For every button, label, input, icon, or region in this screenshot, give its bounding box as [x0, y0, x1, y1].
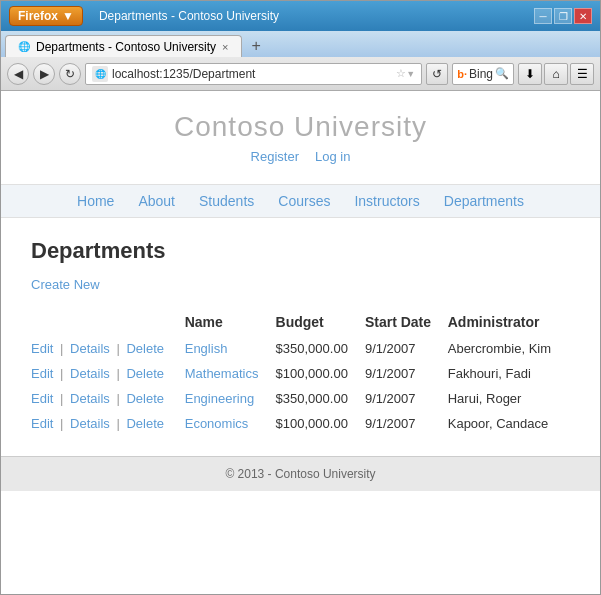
tab-close-icon[interactable]: × — [222, 41, 228, 53]
col-start-date: Start Date — [365, 308, 448, 336]
table-row: Edit | Details | Delete Engineering $350… — [31, 386, 570, 411]
dept-name: Mathematics — [185, 361, 276, 386]
sep2: | — [116, 366, 119, 381]
tab-favicon: 🌐 — [18, 41, 30, 52]
dept-start-date: 9/1/2007 — [365, 386, 448, 411]
row-actions: Edit | Details | Delete — [31, 411, 185, 436]
window-title: Departments - Contoso University — [99, 9, 528, 23]
delete-link[interactable]: Delete — [126, 391, 164, 406]
sep1: | — [60, 416, 63, 431]
dept-budget: $100,000.00 — [276, 411, 365, 436]
auth-links: Register Log in — [1, 149, 600, 164]
site-header: Contoso University Register Log in — [1, 91, 600, 180]
firefox-button[interactable]: Firefox ▼ — [9, 6, 83, 26]
address-icon: 🌐 — [92, 66, 108, 82]
login-link[interactable]: Log in — [315, 149, 350, 164]
search-bar[interactable]: b· Bing 🔍 — [452, 63, 514, 85]
dropdown-arrow: ▼ — [62, 9, 74, 23]
edit-link[interactable]: Edit — [31, 391, 53, 406]
bookmark-down-icon[interactable]: ▼ — [406, 69, 415, 79]
col-name: Name — [185, 308, 276, 336]
close-button[interactable]: ✕ — [574, 8, 592, 24]
page-footer: © 2013 - Contoso University — [1, 456, 600, 491]
window-controls: ─ ❐ ✕ — [534, 8, 592, 24]
search-text: Bing — [469, 67, 493, 81]
new-tab-button[interactable]: + — [246, 35, 267, 57]
sep1: | — [60, 341, 63, 356]
active-tab[interactable]: 🌐 Departments - Contoso University × — [5, 35, 242, 57]
sep2: | — [116, 341, 119, 356]
bing-logo: b· — [457, 68, 467, 80]
nav-home[interactable]: Home — [65, 193, 126, 209]
tab-title: Departments - Contoso University — [36, 40, 216, 54]
forward-button[interactable]: ▶ — [33, 63, 55, 85]
restore-button[interactable]: ❐ — [554, 8, 572, 24]
download-button[interactable]: ⬇ — [518, 63, 542, 85]
row-actions: Edit | Details | Delete — [31, 386, 185, 411]
row-actions: Edit | Details | Delete — [31, 336, 185, 361]
page-content: Contoso University Register Log in Home … — [1, 91, 600, 594]
register-link[interactable]: Register — [251, 149, 299, 164]
delete-link[interactable]: Delete — [126, 341, 164, 356]
sep2: | — [116, 391, 119, 406]
table-row: Edit | Details | Delete Mathematics $100… — [31, 361, 570, 386]
nav-students[interactable]: Students — [187, 193, 266, 209]
create-new-link[interactable]: Create New — [31, 277, 100, 292]
site-nav: Home About Students Courses Instructors … — [1, 184, 600, 218]
tab-bar: 🌐 Departments - Contoso University × + — [1, 31, 600, 57]
refresh-button[interactable]: ↻ — [59, 63, 81, 85]
delete-link[interactable]: Delete — [126, 416, 164, 431]
row-actions: Edit | Details | Delete — [31, 361, 185, 386]
table-row: Edit | Details | Delete English $350,000… — [31, 336, 570, 361]
col-actions — [31, 308, 185, 336]
dept-admin: Harui, Roger — [448, 386, 570, 411]
navigation-bar: ◀ ▶ ↻ 🌐 localhost:1235/Department ☆ ▼ ↺ … — [1, 57, 600, 91]
nav-courses[interactable]: Courses — [266, 193, 342, 209]
address-text: localhost:1235/Department — [112, 67, 396, 81]
departments-table: Name Budget Start Date Administrator Edi… — [31, 308, 570, 436]
dept-admin: Kapoor, Candace — [448, 411, 570, 436]
sep1: | — [60, 366, 63, 381]
nav-extra-buttons: ⬇ ⌂ ☰ — [518, 63, 594, 85]
home-button[interactable]: ⌂ — [544, 63, 568, 85]
sep1: | — [60, 391, 63, 406]
dept-start-date: 9/1/2007 — [365, 336, 448, 361]
browser-window: Firefox ▼ Departments - Contoso Universi… — [0, 0, 601, 595]
dept-name: Engineering — [185, 386, 276, 411]
details-link[interactable]: Details — [70, 366, 110, 381]
address-bar[interactable]: 🌐 localhost:1235/Department ☆ ▼ — [85, 63, 422, 85]
details-link[interactable]: Details — [70, 341, 110, 356]
dept-start-date: 9/1/2007 — [365, 411, 448, 436]
nav-about[interactable]: About — [126, 193, 187, 209]
col-administrator: Administrator — [448, 308, 570, 336]
site-title: Contoso University — [1, 111, 600, 143]
details-link[interactable]: Details — [70, 391, 110, 406]
sep2: | — [116, 416, 119, 431]
title-bar: Firefox ▼ Departments - Contoso Universi… — [1, 1, 600, 31]
bookmark-icon[interactable]: ☆ — [396, 67, 406, 80]
dept-budget: $100,000.00 — [276, 361, 365, 386]
nav-departments[interactable]: Departments — [432, 193, 536, 209]
dept-name: English — [185, 336, 276, 361]
col-budget: Budget — [276, 308, 365, 336]
dept-name: Economics — [185, 411, 276, 436]
dept-budget: $350,000.00 — [276, 336, 365, 361]
nav-instructors[interactable]: Instructors — [342, 193, 431, 209]
page-title: Departments — [31, 238, 570, 264]
edit-link[interactable]: Edit — [31, 416, 53, 431]
reload-icon[interactable]: ↺ — [426, 63, 448, 85]
dept-budget: $350,000.00 — [276, 386, 365, 411]
delete-link[interactable]: Delete — [126, 366, 164, 381]
minimize-button[interactable]: ─ — [534, 8, 552, 24]
search-icon[interactable]: 🔍 — [495, 67, 509, 80]
dept-admin: Abercrombie, Kim — [448, 336, 570, 361]
firefox-label: Firefox — [18, 9, 58, 23]
details-link[interactable]: Details — [70, 416, 110, 431]
dept-start-date: 9/1/2007 — [365, 361, 448, 386]
back-button[interactable]: ◀ — [7, 63, 29, 85]
edit-link[interactable]: Edit — [31, 366, 53, 381]
main-content: Departments Create New Name Budget Start… — [1, 218, 600, 456]
edit-link[interactable]: Edit — [31, 341, 53, 356]
menu-button[interactable]: ☰ — [570, 63, 594, 85]
dept-admin: Fakhouri, Fadi — [448, 361, 570, 386]
